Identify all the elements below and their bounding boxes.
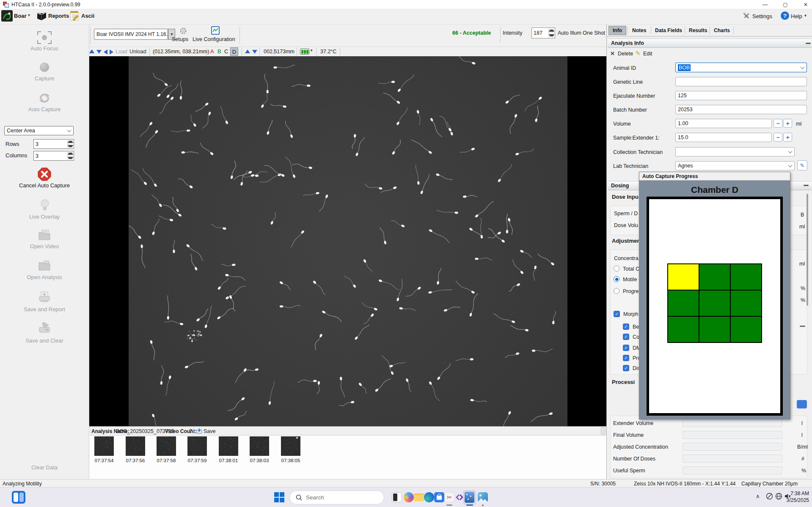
auto-capture-icon[interactable] bbox=[38, 92, 51, 104]
focus-down-button[interactable] bbox=[252, 50, 257, 54]
capture-label[interactable]: Capture bbox=[0, 75, 89, 82]
cancel-auto-capture-label[interactable]: Cancel Auto Capture bbox=[0, 182, 89, 189]
capture-icon[interactable] bbox=[40, 63, 49, 72]
help-caret-icon[interactable]: ▾ bbox=[804, 13, 806, 18]
total-concentration-radio[interactable] bbox=[614, 266, 619, 271]
pen-disabled-icon[interactable] bbox=[766, 493, 773, 500]
rows-down-icon[interactable] bbox=[68, 144, 73, 148]
genetic-line-field[interactable] bbox=[675, 77, 807, 86]
tray-chevron-icon[interactable]: ∧ bbox=[756, 493, 760, 499]
preset-select[interactable]: Boar IVOSII IMV 2024 HT 1.16. bbox=[94, 29, 168, 40]
open-video-icon[interactable] bbox=[38, 229, 51, 241]
open-analysis-icon[interactable] bbox=[38, 260, 51, 271]
reports-menu-button[interactable]: Reports bbox=[48, 13, 69, 19]
search-box[interactable] bbox=[289, 491, 384, 504]
stage-left-button[interactable] bbox=[104, 49, 107, 55]
stage-up-button[interactable] bbox=[89, 49, 94, 53]
edit-pencil-icon[interactable]: ✎ bbox=[636, 50, 641, 57]
open-analysis-label[interactable]: Open Analysis bbox=[0, 274, 89, 280]
intensity-up-icon[interactable] bbox=[549, 28, 554, 33]
extender-ratio-field[interactable]: 15.0 bbox=[675, 133, 772, 142]
extender-plus-button[interactable]: + bbox=[783, 133, 792, 142]
desktop-peek-icon[interactable] bbox=[392, 492, 402, 502]
edit-button[interactable]: Edit bbox=[643, 51, 652, 57]
chamber-b-button[interactable]: B bbox=[217, 48, 221, 55]
video-thumbnail[interactable] bbox=[281, 436, 300, 456]
chamber-d-button[interactable]: D bbox=[230, 47, 238, 56]
rows-stepper[interactable]: 3 bbox=[33, 139, 74, 149]
setups-button[interactable]: Setups bbox=[172, 36, 188, 42]
collapse-dosing-icon[interactable] bbox=[804, 185, 809, 186]
illumination-caret-icon[interactable]: ▾ bbox=[311, 48, 313, 52]
distal-checkbox[interactable]: ✓ bbox=[623, 365, 629, 371]
unload-button[interactable]: Unload bbox=[129, 49, 146, 55]
stage-right-button[interactable] bbox=[110, 49, 113, 55]
tab-data-fields[interactable]: Data Fields bbox=[655, 27, 682, 33]
save-and-clear-label[interactable]: Save and Clear bbox=[0, 337, 89, 344]
collapse-analysis-info-icon[interactable] bbox=[806, 43, 811, 44]
boar-caret-icon[interactable]: ▾ bbox=[28, 13, 30, 17]
volume-minus-button[interactable]: − bbox=[773, 119, 782, 128]
edit-technicians-button[interactable]: ✎ bbox=[797, 160, 807, 170]
video-thumbnail[interactable] bbox=[157, 436, 176, 456]
close-button[interactable]: ✕ bbox=[796, 0, 812, 9]
ejaculate-number-field[interactable]: 125 bbox=[675, 91, 807, 100]
chamber-c-button[interactable]: C bbox=[224, 48, 228, 55]
panel-scrollbar-thumb[interactable] bbox=[806, 194, 808, 306]
snipping-tool-icon[interactable]: ✂ bbox=[444, 492, 454, 502]
tab-results[interactable]: Results bbox=[689, 27, 707, 33]
cancel-auto-capture-icon[interactable] bbox=[38, 167, 51, 181]
video-thumbnail[interactable] bbox=[94, 436, 114, 456]
load-button[interactable]: Load bbox=[116, 49, 127, 55]
open-video-label[interactable]: Open Video bbox=[0, 243, 89, 249]
animal-id-select[interactable]: BOB bbox=[675, 63, 807, 72]
live-overlay-icon[interactable] bbox=[40, 199, 50, 211]
boar-menu-button[interactable]: Boar bbox=[14, 13, 27, 19]
video-thumbnail[interactable] bbox=[187, 436, 207, 456]
columns-down-icon[interactable] bbox=[68, 156, 73, 160]
collection-technician-select[interactable] bbox=[675, 147, 795, 156]
save-and-report-icon[interactable] bbox=[38, 291, 51, 303]
intensity-down-icon[interactable] bbox=[549, 33, 554, 38]
settings-button[interactable]: Settings bbox=[752, 13, 772, 19]
stage-down-button[interactable] bbox=[96, 50, 102, 54]
save-and-clear-icon[interactable] bbox=[38, 321, 51, 334]
volume-plus-button[interactable]: + bbox=[783, 119, 792, 128]
start-button[interactable] bbox=[274, 492, 284, 502]
clock[interactable]: 7:38 AM 3/25/2025 bbox=[774, 490, 809, 504]
proximal-checkbox[interactable]: ✓ bbox=[623, 355, 629, 361]
video-thumbnail[interactable] bbox=[219, 436, 238, 456]
auto-illum-button[interactable]: Auto Illum One Shot bbox=[558, 30, 605, 36]
edge-icon[interactable] bbox=[424, 492, 434, 502]
intensity-stepper[interactable]: 187 bbox=[531, 27, 555, 38]
columns-up-icon[interactable] bbox=[68, 152, 73, 156]
search-input[interactable] bbox=[306, 494, 369, 501]
auto-focus-icon[interactable] bbox=[37, 31, 52, 44]
delete-button[interactable]: Delete bbox=[618, 51, 633, 57]
collapse-morph-icon[interactable] bbox=[800, 326, 805, 327]
extender-minus-button[interactable]: − bbox=[773, 133, 782, 142]
htcasa-app-icon[interactable] bbox=[465, 492, 474, 503]
minimize-button[interactable]: — bbox=[756, 0, 774, 9]
maximize-button[interactable]: ▢ bbox=[776, 0, 795, 9]
store-icon[interactable] bbox=[434, 492, 444, 502]
photos-icon[interactable] bbox=[478, 492, 488, 502]
help-button[interactable]: Help bbox=[791, 13, 802, 19]
live-configuration-button[interactable]: Live Configuration bbox=[193, 36, 235, 42]
coiled-checkbox[interactable]: ✓ bbox=[623, 334, 629, 340]
progressive-radio[interactable] bbox=[614, 288, 619, 294]
auto-focus-label[interactable]: Auto Focus bbox=[0, 45, 89, 52]
tab-notes[interactable]: Notes bbox=[632, 27, 646, 33]
processing-fragment-button[interactable] bbox=[797, 400, 807, 408]
chamber-a-button[interactable]: A bbox=[210, 48, 214, 55]
volume-field[interactable]: 1.00 bbox=[675, 119, 772, 128]
dmr-checkbox[interactable]: ✓ bbox=[623, 345, 629, 351]
lab-technician-select[interactable]: Agnes bbox=[675, 161, 795, 170]
save-and-report-label[interactable]: Save and Report bbox=[0, 306, 89, 312]
live-overlay-label[interactable]: Live Overlay bbox=[0, 214, 89, 220]
motile-radio[interactable] bbox=[614, 276, 619, 282]
file-explorer-icon[interactable] bbox=[414, 492, 424, 502]
batch-number-field[interactable]: 20253 bbox=[675, 105, 807, 114]
copilot-icon[interactable] bbox=[404, 492, 414, 502]
ascii-menu-button[interactable]: Ascii bbox=[81, 13, 94, 19]
